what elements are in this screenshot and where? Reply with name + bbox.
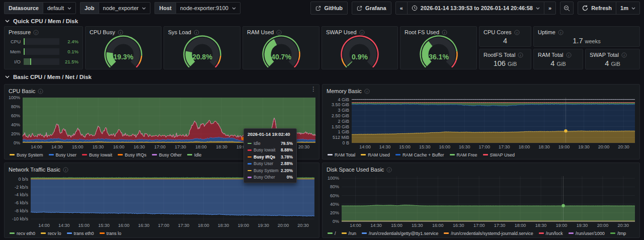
svg-text:20.8%: 20.8% (192, 53, 212, 61)
github-link-button[interactable]: GitHub (310, 2, 348, 15)
svg-text:100%: 100% (328, 176, 339, 181)
legend-item[interactable]: RAM Cache + Buffer (395, 152, 444, 157)
legend-color-dash (118, 154, 123, 155)
legend-item[interactable]: RAM Used (361, 152, 390, 157)
legend-item[interactable]: RAM Total (328, 152, 355, 157)
legend-item[interactable]: recv eth0 (10, 231, 35, 236)
panel-title[interactable]: CPU Basic (9, 88, 35, 94)
legend-item[interactable]: /run/user/1000 (569, 231, 605, 236)
legend-label: recv lo (48, 231, 61, 236)
panel-memory-basic: Memory Basic i 0 B512 MiB1 GiB1.50 GiB2 … (322, 84, 640, 159)
svg-text:18:00: 18:00 (198, 223, 209, 228)
time-shift-back-button[interactable]: « (396, 2, 407, 14)
svg-text:15:00: 15:00 (391, 223, 403, 228)
pressure-value: 21.5% (62, 59, 78, 64)
disk-space-used-basic-chart[interactable]: 0%20%40%60%80%100%14:0014:3015:0015:3016… (324, 174, 638, 229)
grafana-link-button[interactable]: Grafana (352, 2, 391, 15)
time-range-button[interactable]: 2026-01-14 13:39:53 to 2026-01-14 20:46:… (407, 2, 544, 14)
svg-text:512 MiB: 512 MiB (333, 135, 349, 140)
refresh-button[interactable]: Refresh (578, 2, 616, 14)
legend-item[interactable]: recv lo (41, 231, 61, 236)
legend-item[interactable]: /run/credentials/systemd-journald.servic… (444, 231, 533, 236)
panel-title[interactable]: CPU Cores (484, 29, 512, 35)
charts-grid: CPU Basic i ⋮ 0%20%40%60%80%100%14:0014:… (4, 84, 640, 238)
svg-text:17:30: 17:30 (494, 223, 506, 228)
legend-label: /run/credentials/getty@tty1.service (369, 231, 438, 236)
legend-item[interactable]: trans eth0 (67, 231, 94, 236)
tooltip-color-dash (248, 149, 252, 151)
chevron-down-icon (5, 20, 10, 23)
legend-item[interactable]: SWAP Used (483, 152, 515, 157)
var-job-value[interactable]: node_exporter (103, 5, 139, 11)
svg-text:19:00: 19:00 (556, 223, 568, 228)
section-quick[interactable]: Quick CPU / Mem / Disk (4, 16, 640, 26)
legend-item[interactable]: /run/credentials/getty@tty1.service (362, 231, 438, 236)
panel-title[interactable]: RAM Total (538, 52, 564, 58)
panel-pressure: Pressure i CPU2.4%Mem0.1%I/O21.5% (4, 26, 83, 69)
panel-title[interactable]: Uptime (538, 29, 555, 35)
legend-item[interactable]: Idle (187, 152, 202, 157)
legend-item[interactable]: Busy User (49, 152, 77, 157)
panel-title[interactable]: RootFS Total (484, 52, 515, 58)
legend-item[interactable]: / (328, 231, 336, 236)
panel-rootfs-used: Root FS Used i 36.1% (400, 26, 477, 69)
memory-basic-chart[interactable]: 0 B512 MiB1 GiB1.50 GiB2 GiB2.50 GiB3 Gi… (324, 96, 638, 150)
legend-color-dash (10, 232, 15, 234)
legend-item[interactable]: Busy Other (152, 152, 182, 157)
tooltip-series-label: Busy Other (254, 175, 285, 180)
time-shift-forward-button[interactable]: » (544, 2, 555, 14)
svg-text:-10 kb/s: -10 kb/s (12, 216, 29, 221)
panel-title[interactable]: CPU Busy (90, 29, 115, 35)
pressure-row-io: I/O21.5% (9, 58, 78, 65)
legend-item[interactable]: Busy IRQs (118, 152, 146, 157)
info-icon: i (118, 30, 123, 35)
refresh-label: Refresh (591, 5, 612, 11)
legend-item[interactable]: RAM Free (450, 152, 477, 157)
legend-color-dash (10, 154, 15, 155)
panel-title[interactable]: RAM Used (247, 29, 274, 35)
svg-text:0%: 0% (333, 219, 339, 224)
svg-text:16:00: 16:00 (118, 223, 130, 228)
tooltip-row: Idle79.5% (248, 140, 293, 147)
svg-text:20:30: 20:30 (618, 144, 629, 149)
legend-item[interactable]: /tmp (610, 231, 626, 236)
panel-title[interactable]: Pressure (9, 29, 31, 35)
tooltip-series-label: Busy System (254, 168, 279, 173)
legend-item[interactable]: trans lo (100, 231, 122, 236)
var-datasource-value[interactable]: default (47, 5, 64, 11)
legend-item[interactable]: /run (342, 231, 357, 236)
svg-text:18:30: 18:30 (535, 223, 547, 228)
panel-title[interactable]: Network Traffic Basic (9, 167, 60, 173)
svg-text:i: i (560, 31, 561, 34)
var-host[interactable]: Host node-exporter:9100 (154, 2, 240, 14)
legend-color-dash (152, 154, 157, 155)
legend-item[interactable]: /run/lock (539, 231, 563, 236)
panel-title[interactable]: Root FS Used (405, 29, 439, 35)
legend-item[interactable]: Busy System (10, 152, 43, 157)
legend-color-dash (328, 232, 333, 234)
var-host-value[interactable]: node-exporter:9100 (180, 5, 228, 11)
panel-title[interactable]: SWAP Total (590, 52, 619, 58)
legend-item[interactable]: Busy Iowait (82, 152, 112, 157)
info-icon: i (621, 52, 627, 58)
svg-text:17:00: 17:00 (473, 223, 485, 228)
panel-title[interactable]: Sys Load (168, 29, 191, 35)
disk-space-used-basic-legend: //run/run/credentials/getty@tty1.service… (323, 229, 639, 237)
legend-label: /run/credentials/systemd-journald.servic… (451, 231, 533, 236)
svg-text:2.50 GiB: 2.50 GiB (332, 113, 349, 118)
svg-text:19:30: 19:30 (577, 223, 588, 228)
refresh-interval-dropdown[interactable]: 1m (616, 2, 639, 14)
svg-text:40%: 40% (11, 122, 20, 127)
section-basic[interactable]: Basic CPU / Mem / Net / Disk (4, 72, 640, 82)
svg-text:20:30: 20:30 (618, 223, 629, 228)
legend-label: /run/user/1000 (576, 231, 605, 236)
tooltip-color-dash (248, 143, 252, 144)
legend-color-dash (483, 154, 488, 155)
panel-menu-icon[interactable]: ⋮ (310, 87, 317, 92)
panel-title[interactable]: SWAP Used (326, 29, 357, 35)
panel-title[interactable]: Disk Space Used Basic (327, 167, 384, 173)
var-datasource[interactable]: Datasource default (4, 2, 76, 14)
zoom-out-button[interactable] (560, 2, 574, 15)
panel-title[interactable]: Memory Basic (327, 88, 362, 94)
var-job[interactable]: Job node_exporter (80, 2, 151, 14)
